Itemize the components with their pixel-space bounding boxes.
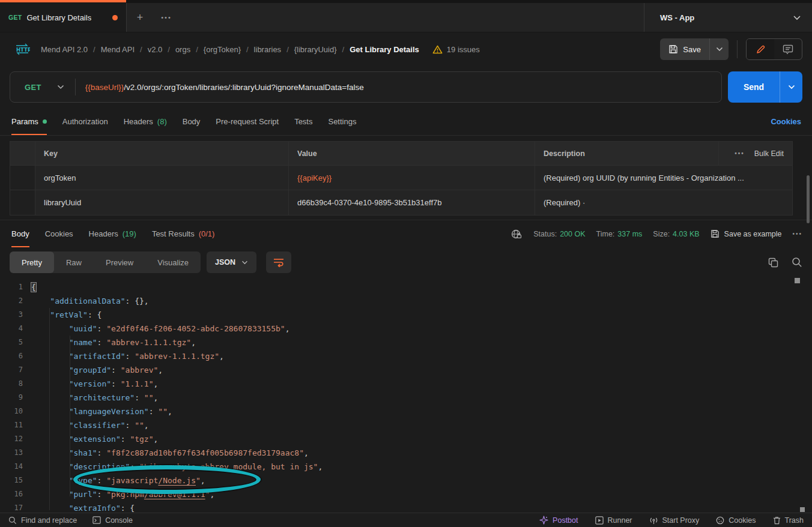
code-line-content[interactable]: "classifier": "",	[31, 418, 812, 432]
code-line-content[interactable]: "purl": "pkg:npm/abbrev@1.1.1",	[31, 487, 812, 501]
tab-settings[interactable]: Settings	[320, 108, 364, 135]
method-selector[interactable]: GET	[10, 83, 75, 92]
code-segment: :	[126, 421, 135, 430]
tab-options-icon[interactable]: •••	[153, 3, 180, 32]
code-segment	[31, 310, 50, 319]
code-segment: "architecture"	[69, 393, 135, 402]
view-visualize[interactable]: Visualize	[145, 251, 201, 273]
response-tab-headers[interactable]: Headers (19)	[81, 220, 144, 247]
cookies-button[interactable]: Cookies	[716, 516, 756, 525]
code-segment: "1.1.1"	[121, 379, 154, 388]
tab-pre-request-script[interactable]: Pre-request Script	[208, 108, 286, 135]
console-label: Console	[105, 516, 133, 525]
start-proxy-button[interactable]: Start Proxy	[649, 516, 700, 525]
view-pretty[interactable]: Pretty	[10, 251, 54, 273]
code-line-content[interactable]: "extension": "tgz",	[31, 432, 812, 446]
send-button[interactable]: Send	[728, 71, 780, 103]
bulk-edit-label: Bulk Edit	[754, 149, 784, 158]
breadcrumb-item[interactable]: orgs	[175, 45, 190, 54]
param-description-cell[interactable]: (Required) org UUID (by running Entities…	[535, 166, 792, 190]
breadcrumb-item[interactable]: v2.0	[148, 45, 163, 54]
code-line-content[interactable]: "sha1": "f8f2c887ad10bf67f634f005b6987fe…	[31, 446, 812, 460]
breadcrumb-item[interactable]: libraries	[254, 45, 282, 54]
response-body-editor[interactable]: 1{2 "additionalData": {},3 "retVal": {4 …	[0, 277, 812, 513]
code-segment: ,	[219, 352, 224, 361]
code-line-content[interactable]: "name": "abbrev-1.1.1.tgz",	[31, 336, 812, 349]
url-box: GET {{baseUrl}}/v2.0/orgs/:orgToken/libr…	[10, 71, 722, 103]
issues-indicator[interactable]: 19 issues	[432, 45, 480, 54]
console-button[interactable]: Console	[92, 516, 133, 525]
trash-button[interactable]: Trash	[773, 516, 804, 525]
copy-button[interactable]	[768, 257, 778, 268]
response-tab-body[interactable]: Body	[4, 220, 37, 247]
code-scrollbar-thumb[interactable]	[795, 278, 800, 283]
edit-pencil-button[interactable]	[747, 39, 774, 59]
code-line-content[interactable]: "groupId": "abbrev",	[31, 363, 812, 377]
code-line-content[interactable]: "extraInfo": {	[31, 501, 812, 513]
code-line-content[interactable]: "artifactId": "abbrev-1.1.1.tgz",	[31, 349, 812, 363]
row-handle[interactable]	[10, 190, 35, 215]
status-bar: Find and replace Console Postbot Runner …	[0, 513, 812, 527]
start-proxy-label: Start Proxy	[662, 516, 700, 525]
page-scrollbar-thumb[interactable]	[807, 175, 810, 223]
tab-params[interactable]: Params	[4, 108, 55, 135]
code-line-content[interactable]: "retVal": {	[31, 308, 812, 322]
comments-button[interactable]	[774, 39, 802, 59]
breadcrumb-item[interactable]: {libraryUuid}	[294, 45, 337, 54]
save-options-button[interactable]	[709, 38, 729, 60]
param-value-cell[interactable]: d66b39c4-0370-4e10-9895-3b51b31eff7b	[289, 190, 535, 215]
code-line-content[interactable]: {	[31, 280, 812, 294]
row-handle[interactable]	[10, 166, 35, 190]
runner-button[interactable]: Runner	[595, 516, 632, 525]
workspace-selector[interactable]: WS - App	[644, 3, 812, 32]
breadcrumb-item[interactable]: {orgToken}	[204, 45, 241, 54]
code-segment: ,	[201, 476, 205, 485]
code-line-content[interactable]: "description": "Like ruby's abbrev modul…	[31, 460, 812, 474]
bulk-edit-button[interactable]: ••• Bulk Edit	[719, 142, 792, 166]
response-more-options-icon[interactable]: •••	[792, 230, 802, 237]
save-as-example-button[interactable]: Save as example	[710, 229, 782, 238]
view-raw[interactable]: Raw	[54, 251, 94, 273]
postbot-button[interactable]: Postbot	[539, 516, 578, 525]
view-preview[interactable]: Preview	[94, 251, 145, 273]
code-line-content[interactable]: "uuid": "e2df0f46-f206-4052-abdc-2860783…	[31, 322, 812, 336]
more-options-icon[interactable]: •••	[735, 150, 745, 157]
param-description-cell[interactable]: (Required) ·	[535, 190, 792, 215]
response-tab-cookies[interactable]: Cookies	[37, 220, 81, 247]
code-line-content[interactable]: "languageVersion": "",	[31, 405, 812, 418]
breadcrumb-item[interactable]: Mend API	[101, 45, 135, 54]
globe-lock-icon[interactable]	[511, 229, 523, 239]
code-line-content[interactable]: "additionalData": {},	[31, 294, 812, 308]
json-link-text[interactable]: /Node.js	[158, 476, 196, 485]
tab-title: Get Library Details	[27, 13, 92, 22]
tab-body[interactable]: Body	[175, 108, 208, 135]
cookie-icon	[716, 516, 724, 525]
cookies-link[interactable]: Cookies	[763, 108, 808, 135]
code-line-content[interactable]: "architecture": "",	[31, 391, 812, 405]
code-line-content[interactable]: "type": "javascript/Node.js",	[31, 474, 812, 487]
wrap-text-button[interactable]	[266, 251, 291, 273]
indent-guide	[49, 308, 50, 510]
search-button[interactable]	[792, 257, 802, 268]
response-tab-test-results[interactable]: Test Results (0/1)	[144, 220, 223, 247]
format-selector[interactable]: JSON	[207, 251, 256, 273]
tab-authorization[interactable]: Authorization	[55, 108, 116, 135]
json-link-text[interactable]: /abbrev@1.1.1	[144, 490, 205, 499]
breadcrumb-item[interactable]: Mend API 2.0	[41, 45, 88, 54]
tab-headers[interactable]: Headers (8)	[116, 108, 175, 135]
find-and-replace-button[interactable]: Find and replace	[8, 516, 77, 525]
param-value-cell[interactable]: {{apiKey}}	[289, 166, 535, 190]
new-tab-button[interactable]: +	[127, 3, 153, 32]
code-line-content[interactable]: "version": "1.1.1",	[31, 377, 812, 391]
tab-tests[interactable]: Tests	[286, 108, 320, 135]
code-segment: "version"	[69, 379, 111, 388]
param-key-cell[interactable]: libraryUuid	[35, 190, 289, 215]
param-key-cell[interactable]: orgToken	[35, 166, 289, 190]
request-tab[interactable]: GET Get Library Details	[0, 3, 127, 32]
url-input[interactable]: {{baseUrl}}/v2.0/orgs/:orgToken/librarie…	[76, 83, 374, 92]
save-button[interactable]: Save	[660, 38, 709, 60]
send-options-button[interactable]	[780, 71, 802, 103]
code-scrollbar-corner[interactable]	[800, 507, 805, 512]
code-line: 3 "retVal": {	[0, 308, 812, 322]
breadcrumb-separator: /	[246, 45, 249, 54]
